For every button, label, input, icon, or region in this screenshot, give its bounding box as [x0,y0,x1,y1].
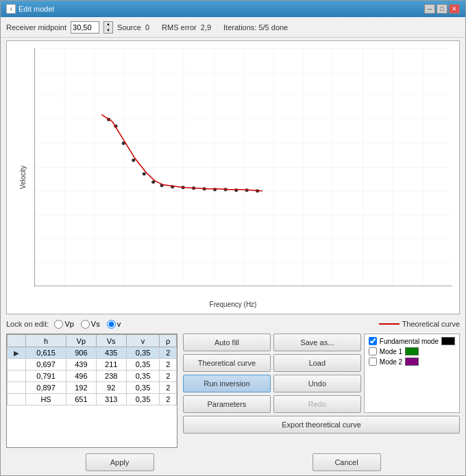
cell-v[interactable]: 0,35 [126,359,160,371]
cell-rho[interactable]: 2 [160,347,177,359]
cell-h[interactable]: HS [26,394,66,405]
table-row[interactable]: ▶ 0,615 906 435 0,35 2 [8,347,177,359]
radio-vs-label: Vs [91,320,100,328]
table-header-row: h Vp Vs v ρ [8,335,177,347]
cell-vp[interactable]: 439 [66,359,96,371]
cell-vs[interactable]: 211 [96,359,126,371]
theoretical-curve-button[interactable]: Theoretical curve [183,354,271,372]
mode-item: Fundamental mode [369,337,455,345]
cell-vs[interactable]: 313 [96,394,126,405]
table-container: h Vp Vs v ρ ▶ 0,615 906 435 0,35 2 0,697… [6,334,177,448]
receiver-midpoint-spinner[interactable]: ▲ ▼ [103,21,113,34]
cell-h[interactable]: 0,791 [26,371,66,382]
th-arrow [8,335,26,347]
radio-vp-label: Vp [64,320,73,328]
undo-button[interactable]: Undo [273,375,361,392]
cell-v[interactable]: 0,35 [126,371,160,382]
maximize-button[interactable]: □ [437,4,447,14]
minimize-button[interactable]: ─ [424,4,435,14]
mode-label-1: Mode 1 [380,348,402,355]
window-title: Edit model [19,5,54,13]
title-controls: ─ □ ✕ [424,4,460,14]
cell-rho[interactable]: 2 [160,371,177,382]
row-arrow: ▶ [8,347,26,359]
svg-point-33 [143,172,146,175]
cell-vs[interactable]: 435 [96,347,126,359]
cell-vs[interactable]: 238 [96,371,126,382]
button-grid: Auto fill Save as... Theoretical curve L… [183,334,361,413]
cell-v[interactable]: 0,35 [126,382,160,394]
load-button[interactable]: Load [273,354,361,372]
data-table: h Vp Vs v ρ ▶ 0,615 906 435 0,35 2 0,697… [7,334,177,405]
redo-button[interactable]: Redo [273,395,361,413]
radio-vp-input[interactable] [54,320,63,329]
radio-vs[interactable]: Vs [81,320,100,329]
receiver-midpoint-label: Receiver midpoint [6,23,66,32]
table-row[interactable]: HS 651 313 0,35 2 [8,394,177,405]
title-bar-left: I Edit model [6,4,54,14]
export-theoretical-curve-button[interactable]: Export theoretical curve [183,416,460,434]
radio-vp[interactable]: Vp [54,320,73,329]
right-top: Auto fill Save as... Theoretical curve L… [183,334,460,413]
title-bar: I Edit model ─ □ ✕ [1,1,465,17]
mode-checkbox-1[interactable] [369,347,377,355]
rms-value: 2,9 [201,23,211,32]
cell-rho[interactable]: 2 [160,359,177,371]
cell-vp[interactable]: 496 [66,371,96,382]
lock-row: Lock on edit: Vp Vs v Theoretical curve [1,316,465,332]
th-v: v [126,335,160,347]
cell-h[interactable]: 0,697 [26,359,66,371]
x-axis-label: Frequency (Hz) [210,301,257,308]
cell-vp[interactable]: 192 [66,382,96,394]
mode-label-2: Mode 2 [380,358,402,366]
mode-legend: Fundamental mode Mode 1 Mode 2 [364,334,460,413]
run-inversion-button[interactable]: Run inversion [183,375,271,392]
th-rho: ρ [160,335,177,347]
row-arrow [8,394,26,405]
radio-v[interactable]: v [107,320,121,329]
lock-label: Lock on edit: [6,320,49,328]
window-icon: I [6,4,16,14]
table-row[interactable]: 0,897 192 92 0,35 2 [8,382,177,394]
cell-vp[interactable]: 906 [66,347,96,359]
save-as-button[interactable]: Save as... [273,334,361,351]
cell-vs[interactable]: 92 [96,382,126,394]
cell-h[interactable]: 0,897 [26,382,66,394]
cell-rho[interactable]: 2 [160,382,177,394]
cell-rho[interactable]: 2 [160,394,177,405]
mode-swatch-1 [405,347,419,355]
receiver-midpoint-input[interactable] [71,21,99,34]
y-axis-label: Velocity [19,166,27,189]
table-row[interactable]: 0,697 439 211 0,35 2 [8,359,177,371]
radio-v-input[interactable] [107,320,116,329]
right-panel: Auto fill Save as... Theoretical curve L… [183,334,460,448]
close-button[interactable]: ✕ [449,4,460,14]
source-label: Source [117,23,141,32]
mode-swatch-0 [441,337,455,345]
spin-down[interactable]: ▼ [104,27,112,33]
apply-button[interactable]: Apply [86,453,154,471]
mode-checkbox-2[interactable] [369,358,377,366]
cancel-button[interactable]: Cancel [312,453,381,471]
cell-vp[interactable]: 651 [66,394,96,405]
parameters-button[interactable]: Parameters [183,395,271,413]
edit-model-window: I Edit model ─ □ ✕ Receiver midpoint ▲ ▼… [0,0,466,476]
th-h: h [26,335,66,347]
mode-checkbox-0[interactable] [369,337,377,345]
cell-v[interactable]: 0,35 [126,394,160,405]
row-arrow [8,359,26,371]
spin-up[interactable]: ▲ [104,22,112,27]
table-row[interactable]: 0,791 496 238 0,35 2 [8,371,177,382]
iterations-label: Iterations: 5/5 done [223,23,288,32]
mode-item: Mode 2 [369,358,455,366]
cell-h[interactable]: 0,615 [26,347,66,359]
bottom-section: h Vp Vs v ρ ▶ 0,615 906 435 0,35 2 0,697… [1,332,465,451]
mode-label-0: Fundamental mode [380,338,439,345]
cell-v[interactable]: 0,35 [126,347,160,359]
auto-fill-button[interactable]: Auto fill [183,334,271,351]
chart-svg: 0 50 100 150 200 250 300 350 400 450 500… [34,48,452,286]
toolbar: Receiver midpoint ▲ ▼ Source 0 RMS error… [1,17,465,38]
mode-swatch-2 [405,358,419,366]
radio-vs-input[interactable] [81,320,90,329]
theo-curve-label: Theoretical curve [402,320,460,328]
